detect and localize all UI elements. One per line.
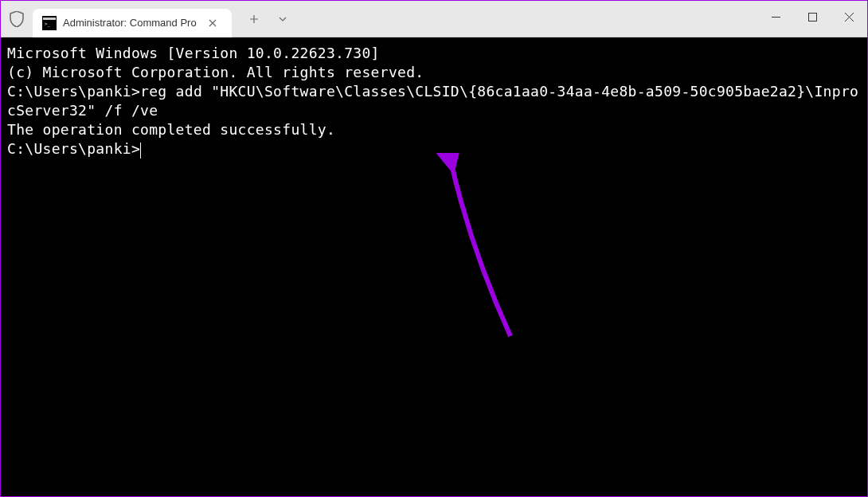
svg-rect-4 [808,13,816,21]
new-tab-button[interactable] [241,6,267,32]
svg-rect-3 [772,17,780,18]
terminal-output-line: The operation completed successfully. [7,120,861,139]
shield-icon [1,1,33,37]
maximize-button[interactable] [794,1,831,33]
window-controls [757,1,867,33]
tab-title: Administrator: Command Pro [63,17,197,29]
svg-rect-1 [43,18,56,20]
annotation-arrow [431,153,542,344]
window-titlebar: >_ Administrator: Command Pro [1,1,867,37]
prompt: C:\Users\panki> [7,140,140,157]
tab-actions [241,6,295,32]
tab-dropdown-button[interactable] [270,6,295,32]
terminal-command-line: C:\Users\panki>reg add "HKCU\Software\Cl… [7,82,861,120]
terminal-prompt-line: C:\Users\panki> [7,139,861,158]
tab-close-button[interactable] [203,14,222,33]
svg-text:>_: >_ [45,21,51,27]
browser-tab[interactable]: >_ Administrator: Command Pro [33,9,232,37]
cursor [140,143,141,158]
prompt: C:\Users\panki> [7,83,140,100]
close-button[interactable] [831,1,867,33]
terminal-output-line: (c) Microsoft Corporation. All rights re… [7,63,861,82]
terminal-icon: >_ [42,16,57,30]
minimize-button[interactable] [757,1,794,33]
terminal-output-line: Microsoft Windows [Version 10.0.22623.73… [7,44,861,63]
terminal-content[interactable]: Microsoft Windows [Version 10.0.22623.73… [1,37,867,497]
